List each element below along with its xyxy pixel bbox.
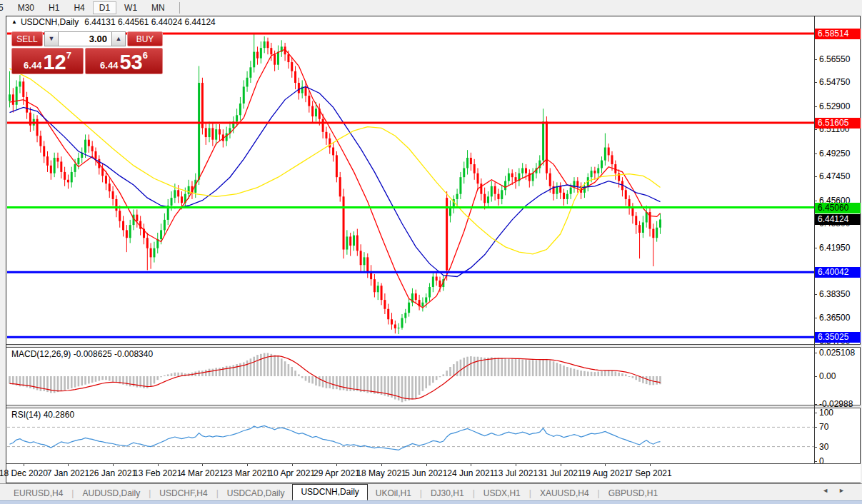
timeframe-toolbar: 5M30H1H4D1W1MN: [0, 0, 862, 16]
chart-tab-usdx[interactable]: USDX,H1: [476, 485, 528, 500]
ma-fast: [10, 49, 661, 308]
ma-mid: [10, 87, 661, 277]
ma-slow: [10, 69, 661, 254]
mt4-terminal: 5M30H1H4D1W1MN ▲USDCNH,Daily6.44131 6.44…: [0, 0, 862, 504]
sell-price-sup: 7: [66, 50, 71, 61]
collapse-triangle-icon[interactable]: ▲: [11, 19, 17, 25]
rsi-tick-dash: [814, 461, 817, 462]
toolbar-separator: [179, 2, 180, 14]
time-tick: [202, 464, 203, 466]
rsi-tick-dash: [814, 427, 817, 428]
chart-tab-dj30[interactable]: DJ30,H1: [423, 485, 472, 500]
rsi-tick-dash: [814, 447, 817, 448]
macd-tick-label: 0.025108: [819, 348, 855, 358]
buy-price-prefix: 6.44: [100, 60, 118, 71]
timeframe-button-h4[interactable]: H4: [67, 1, 91, 14]
price-tick-label: 6.38350: [819, 289, 850, 299]
time-label: 7 Jan 2021: [42, 468, 94, 478]
price-level-badge: 6.51605: [815, 118, 861, 128]
sell-price-prefix: 6.44: [24, 60, 41, 71]
macd-indicator-label: MACD(12,26,9) -0.008625 -0.008340: [11, 349, 153, 359]
buy-price-big: 53: [119, 53, 142, 71]
price-level-badge: 6.40042: [815, 267, 861, 278]
buy-price-sup: 6: [143, 50, 148, 61]
time-label: 29 Apr 2021: [311, 468, 362, 478]
sell-price-button[interactable]: 6.44 12 7: [11, 48, 84, 74]
time-label: 7 Sep 2021: [624, 468, 676, 478]
time-tick: [247, 464, 248, 466]
chart-tab-usdcad[interactable]: USDCAD,Daily: [219, 485, 293, 500]
price-tick-label: 6.47450: [819, 171, 850, 181]
price-tick-dash: [814, 59, 817, 60]
time-tick: [336, 464, 337, 466]
timeframe-button-d1[interactable]: D1: [93, 1, 116, 14]
time-label: 10 Apr 2021: [266, 468, 318, 478]
chart-tab-xauusd[interactable]: XAUUSD,H4: [532, 485, 597, 500]
time-label: 4 Mar 2021: [176, 468, 228, 478]
rsi-tick-label: 30: [819, 442, 828, 452]
time-label: 19 Aug 2021: [579, 468, 631, 478]
chart-ohlc-values: 6.44131 6.44561 6.44024 6.44124: [84, 17, 216, 27]
tab-scroll-right-icon[interactable]: ►: [838, 487, 855, 494]
tab-scroll-left-icon[interactable]: ◄: [822, 487, 838, 494]
one-click-trade-panel: SELL ▼ 3.00 ▲ BUY 6.44 12 7 6.44 53 6: [11, 31, 163, 74]
price-tick-label: 6.36500: [819, 313, 850, 323]
timeframe-button-h1[interactable]: H1: [42, 1, 66, 14]
time-label: 5 Jun 2021: [401, 468, 452, 478]
chart-tab-audusd[interactable]: AUDUSD,Daily: [74, 485, 148, 500]
rsi-tick-label: 100: [819, 408, 833, 418]
time-tick: [292, 464, 293, 466]
rsi-indicator-label: RSI(14) 40.2860: [11, 410, 74, 420]
chart-tab-usdchf[interactable]: USDCHF,H4: [151, 485, 215, 500]
rsi-tick-label: 70: [819, 422, 828, 432]
time-tick: [426, 464, 427, 466]
price-tick-label: 6.54750: [819, 77, 850, 87]
price-tick-dash: [814, 176, 817, 177]
price-tick-dash: [814, 82, 817, 83]
chart-symbol-label: USDCNH,Daily: [21, 17, 79, 27]
macd-tick-dash: [814, 376, 817, 377]
timeframe-button-5[interactable]: 5: [0, 1, 10, 14]
volume-input[interactable]: 3.00: [58, 31, 112, 46]
chart-tab-eurusd[interactable]: EURUSD,H4: [6, 485, 71, 500]
rsi-pane[interactable]: [7, 408, 814, 463]
time-tick: [471, 464, 471, 466]
time-label: 18 May 2021: [356, 468, 407, 478]
time-label: 13 Feb 2021: [132, 468, 184, 478]
volume-increase-button[interactable]: ▲: [111, 31, 126, 46]
time-tick: [381, 464, 382, 466]
macd-tick-dash: [814, 353, 817, 353]
time-tick: [561, 464, 561, 466]
chart-tab-ukoil[interactable]: UKOil,H1: [368, 485, 419, 500]
price-level-badge: 6.35025: [815, 332, 861, 343]
time-label: 24 Jun 2021: [445, 468, 496, 478]
tab-scroll-arrows: ◄►: [822, 487, 855, 494]
macd-tick-dash: [814, 404, 817, 405]
volume-decrease-button[interactable]: ▼: [44, 31, 59, 46]
chart-tab-usdcnh[interactable]: USDCNH,Daily: [292, 484, 367, 500]
time-label: 31 Jul 2021: [535, 468, 586, 478]
price-tick-dash: [814, 153, 817, 154]
time-tick: [24, 464, 24, 466]
price-tick-dash: [814, 106, 817, 107]
time-label: 13 Jul 2021: [490, 468, 541, 478]
buy-price-button[interactable]: 6.44 53 6: [85, 48, 163, 74]
time-tick: [605, 464, 606, 466]
price-tick-label: 6.56550: [819, 54, 850, 64]
time-tick: [158, 464, 159, 466]
time-tick: [113, 464, 114, 466]
sell-button[interactable]: SELL: [11, 31, 43, 46]
timeframe-button-m30[interactable]: M30: [11, 1, 41, 14]
price-level-badge: 6.58514: [815, 29, 861, 39]
time-tick: [650, 464, 651, 466]
price-tick-dash: [814, 201, 817, 201]
buy-button[interactable]: BUY: [127, 31, 163, 46]
chart-title: ▲USDCNH,Daily6.44131 6.44561 6.44024 6.4…: [11, 17, 216, 27]
chart-tab-gbpusd[interactable]: GBPUSD,H1: [601, 485, 666, 500]
macd-tick-label: 0.00: [819, 371, 836, 381]
macd-signal-line: [10, 356, 661, 399]
time-label: 23 Mar 2021: [221, 468, 273, 478]
price-tick-dash: [814, 294, 817, 295]
timeframe-button-mn[interactable]: MN: [145, 1, 171, 14]
timeframe-button-w1[interactable]: W1: [118, 1, 144, 14]
